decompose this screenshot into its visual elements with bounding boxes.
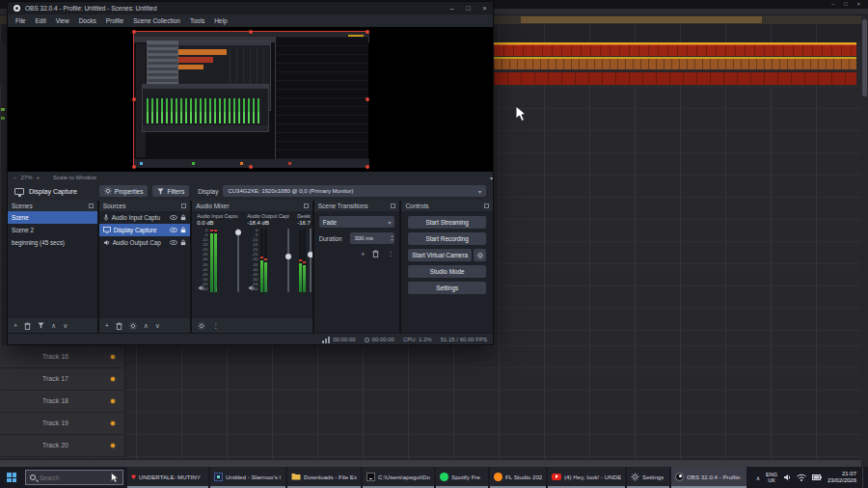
- obs-preview-canvas[interactable]: [8, 27, 493, 172]
- language-indicator[interactable]: ENGUK: [766, 472, 777, 483]
- track-row[interactable]: Track 17: [0, 368, 124, 391]
- lock-icon[interactable]: [180, 214, 186, 221]
- studio-mode-button[interactable]: Studio Mode: [408, 265, 486, 278]
- minimize-icon[interactable]: –: [444, 2, 460, 14]
- remove-scene-button[interactable]: [24, 322, 31, 330]
- lock-icon[interactable]: [180, 239, 186, 246]
- taskbar-search[interactable]: [25, 470, 123, 485]
- fl-window-buttons-icon[interactable]: – □ ×: [831, 1, 864, 7]
- obs-titlebar[interactable]: OBS 32.0.4 - Profile: Untitled - Scenes:…: [8, 2, 493, 14]
- move-source-down-button[interactable]: ∨: [155, 322, 160, 330]
- taskbar-app-obs[interactable]: OBS 32.0.4 - Profile: L: [671, 467, 746, 488]
- lock-icon[interactable]: [180, 227, 186, 233]
- source-properties-button[interactable]: [129, 322, 137, 330]
- track-row[interactable]: Track 18: [0, 391, 124, 413]
- transition-select[interactable]: Fade ▾: [319, 216, 395, 228]
- taskbar-app-undertale[interactable]: ♥ UNDERTALE: MUTINY: [127, 467, 208, 488]
- filters-button[interactable]: Filters: [152, 185, 189, 197]
- track-row[interactable]: Track 19: [0, 413, 124, 435]
- track-row[interactable]: Track 16: [0, 346, 124, 368]
- source-item[interactable]: Display Capture: [99, 224, 191, 236]
- taskbar-app-youtube[interactable]: (4) Hey, look! - UNDE: [548, 467, 625, 488]
- show-desktop-button[interactable]: [862, 467, 866, 488]
- menu-view[interactable]: View: [51, 17, 74, 24]
- menu-tools[interactable]: Tools: [185, 17, 209, 24]
- fl-playlist-bottom[interactable]: Track 16 Track 17 Track 18 Track 19 Trac…: [0, 345, 861, 459]
- transitions-panel-header[interactable]: Scene Transitions: [314, 201, 400, 211]
- move-scene-down-button[interactable]: ∨: [63, 322, 68, 330]
- taskbar-app-slarmoo[interactable]: Untitled - Slarmoo's I: [210, 467, 285, 488]
- start-button[interactable]: [0, 467, 23, 488]
- track-led-icon[interactable]: [111, 399, 115, 403]
- volume-slider-handle[interactable]: [235, 230, 241, 235]
- fl-scrollbar-thumb[interactable]: [862, 19, 867, 96]
- visibility-eye-icon[interactable]: [170, 215, 177, 220]
- scenes-panel-header[interactable]: Scenes: [8, 201, 97, 211]
- wifi-icon[interactable]: [797, 474, 806, 481]
- visibility-eye-icon[interactable]: [170, 228, 177, 232]
- mixer-settings-button[interactable]: [198, 322, 205, 330]
- mute-speaker-icon[interactable]: [248, 285, 255, 291]
- track-name[interactable]: Track 20: [42, 442, 68, 448]
- menu-help[interactable]: Help: [209, 17, 231, 24]
- settings-button[interactable]: Settings: [408, 282, 486, 294]
- remove-source-button[interactable]: [116, 322, 122, 330]
- remove-transition-button[interactable]: [372, 250, 379, 258]
- volume-slider[interactable]: [287, 229, 289, 292]
- source-item[interactable]: Audio Input Captu: [99, 211, 191, 224]
- mixer-menu-icon[interactable]: ⋮: [212, 322, 219, 330]
- track-row[interactable]: Track 20: [0, 435, 124, 457]
- crop-handle[interactable]: [366, 97, 369, 101]
- menu-docks[interactable]: Docks: [74, 17, 101, 24]
- volume-slider-handle[interactable]: [285, 254, 291, 259]
- scene-filters-button[interactable]: [38, 322, 44, 329]
- taskbar-app-spotify[interactable]: Spotify Fre: [436, 467, 488, 488]
- controls-panel-header[interactable]: Controls: [401, 201, 493, 211]
- add-source-button[interactable]: +: [105, 322, 109, 329]
- transition-menu-icon[interactable]: ⋮: [387, 250, 393, 258]
- track-led-icon[interactable]: [111, 377, 115, 381]
- track-name[interactable]: Track 18: [42, 397, 68, 404]
- crop-handle[interactable]: [132, 97, 136, 101]
- channel-menu-icon[interactable]: ⋮: [213, 285, 219, 291]
- tray-expand-icon[interactable]: ∧: [756, 474, 760, 481]
- crop-handle[interactable]: [249, 30, 253, 34]
- crop-handle[interactable]: [366, 165, 369, 169]
- fl-pattern-clip-red-2[interactable]: [494, 72, 856, 85]
- crop-handle[interactable]: [132, 30, 136, 34]
- taskbar-app-settings[interactable]: Settings: [627, 467, 669, 488]
- crop-handle[interactable]: [366, 30, 369, 34]
- move-source-up-button[interactable]: ∧: [144, 322, 149, 330]
- battery-icon[interactable]: [812, 474, 822, 480]
- clock[interactable]: 21:0723/02/2026: [827, 471, 856, 484]
- add-transition-button[interactable]: +: [361, 251, 365, 258]
- start-virtual-camera-button[interactable]: Start Virtual Camera: [408, 249, 472, 261]
- virtual-camera-settings-button[interactable]: [474, 249, 486, 261]
- spin-down-icon[interactable]: ▾: [391, 238, 393, 242]
- maximize-icon[interactable]: □: [460, 2, 476, 14]
- speaker-icon[interactable]: [783, 474, 791, 481]
- menu-file[interactable]: File: [11, 17, 30, 24]
- menu-scene-collection[interactable]: Scene Collection: [128, 17, 185, 24]
- fl-pattern-clip-orange[interactable]: [494, 59, 856, 69]
- volume-slider[interactable]: [310, 229, 312, 292]
- track-name[interactable]: Track 16: [42, 353, 68, 360]
- search-input[interactable]: [40, 474, 95, 481]
- mixer-panel-header[interactable]: Audio Mixer: [192, 201, 312, 211]
- start-recording-button[interactable]: Start Recording: [408, 232, 486, 245]
- taskbar-app-terminal[interactable]: C:\Users\apegoi\Dow: [363, 467, 434, 488]
- crop-handle[interactable]: [132, 165, 136, 169]
- taskbar-app-flstudio[interactable]: FL Studio 202: [490, 467, 546, 488]
- properties-button[interactable]: Properties: [99, 185, 149, 197]
- sources-panel-header[interactable]: Sources: [99, 201, 191, 211]
- taskbar-app-explorer[interactable]: Downloads - File Expl: [287, 467, 361, 488]
- start-streaming-button[interactable]: Start Streaming: [408, 216, 486, 229]
- scale-mode-select[interactable]: Scale to Window: [53, 175, 96, 180]
- track-led-icon[interactable]: [111, 355, 115, 359]
- track-led-icon[interactable]: [111, 421, 115, 425]
- add-scene-button[interactable]: +: [14, 322, 17, 329]
- track-name[interactable]: Track 17: [42, 375, 68, 382]
- menu-edit[interactable]: Edit: [30, 17, 50, 24]
- source-item[interactable]: Audio Output Cap: [99, 236, 191, 249]
- zoom-out-button[interactable]: −: [14, 175, 17, 180]
